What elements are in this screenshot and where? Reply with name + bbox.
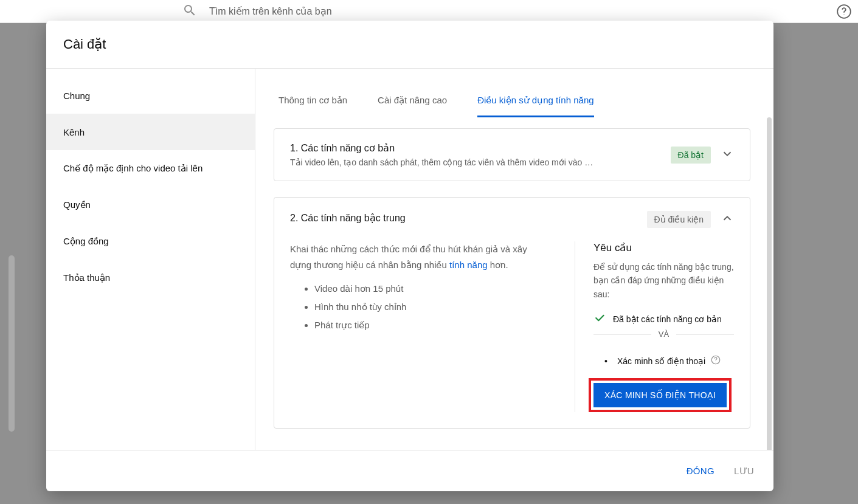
card-header[interactable]: 2. Các tính năng bậc trung Đủ điều kiện xyxy=(274,198,750,241)
sidebar-item-channel[interactable]: Kênh xyxy=(46,114,255,150)
sidebar-item-general[interactable]: Chung xyxy=(46,77,255,114)
feature-list: Video dài hơn 15 phút Hình thu nhỏ tùy c… xyxy=(290,280,550,334)
settings-sidebar: Chung Kênh Chế độ mặc định cho video tải… xyxy=(46,69,255,450)
status-badge-enabled: Đã bật xyxy=(671,147,711,164)
card-body-left: Khai thác những cách thức mới để thu hút… xyxy=(290,241,575,412)
check-icon xyxy=(593,312,606,326)
sidebar-item-agreements[interactable]: Thỏa thuận xyxy=(46,260,255,296)
card-title: 2. Các tính năng bậc trung xyxy=(290,212,637,224)
divider-and: VÀ xyxy=(593,334,734,346)
svg-point-1 xyxy=(843,15,844,15)
verify-phone-button[interactable]: XÁC MINH SỐ ĐIỆN THOẠI xyxy=(593,383,727,407)
card-body-right: Yêu cầu Để sử dụng các tính năng bậc tru… xyxy=(575,241,734,412)
sidebar-item-label: Chung xyxy=(63,91,90,101)
modal-body: Chung Kênh Chế độ mặc định cho video tải… xyxy=(46,69,773,450)
sidebar-item-label: Quyền xyxy=(63,199,91,210)
modal-header: Cài đặt xyxy=(46,21,773,69)
chevron-down-icon xyxy=(721,147,734,163)
tabs: Thông tin cơ bản Cài đặt nâng cao Điều k… xyxy=(255,69,773,117)
sidebar-item-label: Cộng đồng xyxy=(63,236,109,247)
card-header[interactable]: 1. Các tính năng cơ bản Tải video lên, t… xyxy=(274,129,750,181)
chevron-up-icon xyxy=(721,212,734,227)
modal-title: Cài đặt xyxy=(63,36,106,52)
feature-item: Hình thu nhỏ tùy chỉnh xyxy=(314,298,550,316)
search-box[interactable]: Tìm kiếm trên kênh của bạn xyxy=(182,3,332,20)
requirement-pending: Xác minh số điện thoại xyxy=(593,354,734,367)
content-scroll[interactable]: 1. Các tính năng cơ bản Tải video lên, t… xyxy=(255,117,773,450)
info-icon[interactable] xyxy=(710,354,721,367)
text: hơn. xyxy=(488,260,508,270)
svg-point-3 xyxy=(716,362,716,363)
card-intermediate-features: 2. Các tính năng bậc trung Đủ điều kiện … xyxy=(274,197,750,429)
sidebar-item-community[interactable]: Cộng đồng xyxy=(46,223,255,260)
sidebar-item-label: Thỏa thuận xyxy=(63,272,110,283)
sidebar-item-permissions[interactable]: Quyền xyxy=(46,187,255,223)
tab-advanced[interactable]: Cài đặt nâng cao xyxy=(378,95,447,117)
verify-button-highlight: XÁC MINH SỐ ĐIỆN THOẠI xyxy=(589,378,732,412)
requirement-label: Đã bật các tính năng cơ bản xyxy=(613,314,722,324)
search-placeholder: Tìm kiếm trên kênh của bạn xyxy=(209,5,332,17)
search-icon xyxy=(182,3,197,20)
requirements-desc: Để sử dụng các tính năng bậc trung, bạn … xyxy=(593,260,734,301)
save-button[interactable]: LƯU xyxy=(734,466,754,477)
settings-modal: Cài đặt Chung Kênh Chế độ mặc định cho v… xyxy=(46,21,773,491)
card-title: 1. Các tính năng cơ bản xyxy=(290,142,661,154)
status-badge-eligible: Đủ điều kiện xyxy=(647,211,711,228)
tab-basic-info[interactable]: Thông tin cơ bản xyxy=(279,95,347,117)
requirement-label: Xác minh số điện thoại xyxy=(617,356,705,366)
feature-item: Video dài hơn 15 phút xyxy=(314,280,550,298)
requirements-title: Yêu cầu xyxy=(593,241,734,254)
sidebar-item-label: Chế độ mặc định cho video tải lên xyxy=(63,163,202,174)
and-label: VÀ xyxy=(651,330,676,339)
card-body-paragraph: Khai thác những cách thức mới để thu hút… xyxy=(290,241,550,272)
page-scrollbar[interactable] xyxy=(9,255,15,432)
features-link[interactable]: tính năng xyxy=(449,260,488,270)
close-button[interactable]: ĐÓNG xyxy=(687,466,714,476)
modal-footer: ĐÓNG LƯU xyxy=(46,450,773,491)
card-body: Khai thác những cách thức mới để thu hút… xyxy=(274,241,750,428)
card-desc: Tải video lên, tạo danh sách phát, thêm … xyxy=(290,157,661,167)
sidebar-item-upload-defaults[interactable]: Chế độ mặc định cho video tải lên xyxy=(46,150,255,187)
card-basic-features: 1. Các tính năng cơ bản Tải video lên, t… xyxy=(274,128,750,181)
settings-content: Thông tin cơ bản Cài đặt nâng cao Điều k… xyxy=(255,69,773,450)
requirement-met: Đã bật các tính năng cơ bản xyxy=(593,312,734,326)
help-icon[interactable] xyxy=(836,4,852,22)
topbar: Tìm kiếm trên kênh của bạn xyxy=(0,0,858,23)
sidebar-item-label: Kênh xyxy=(63,127,85,137)
content-scrollbar[interactable] xyxy=(767,117,772,450)
feature-item: Phát trực tiếp xyxy=(314,316,550,334)
tab-feature-eligibility[interactable]: Điều kiện sử dụng tính năng xyxy=(477,95,593,117)
